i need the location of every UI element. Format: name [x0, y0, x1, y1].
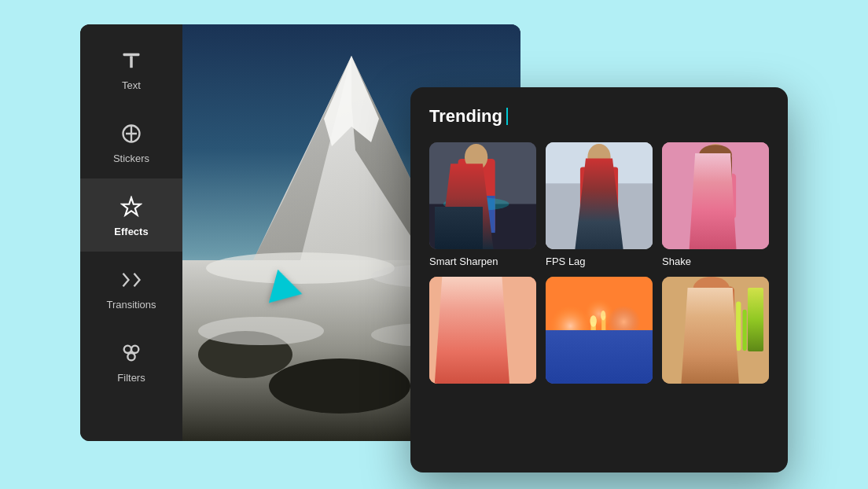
- effect-thumb-4: [429, 277, 536, 384]
- svg-rect-1: [130, 56, 133, 68]
- svg-rect-69: [743, 310, 747, 351]
- thumb2-svg: [546, 142, 653, 249]
- thumb5-svg: [546, 277, 653, 384]
- svg-rect-49: [461, 293, 471, 300]
- svg-point-6: [131, 346, 138, 353]
- svg-point-7: [127, 353, 134, 360]
- trending-panel: Trending: [410, 87, 788, 472]
- transitions-icon: [117, 266, 145, 294]
- thumb4-svg: [429, 277, 536, 384]
- effect-label-fps-lag: FPS Lag: [546, 256, 653, 267]
- sidebar-item-stickers[interactable]: Stickers: [80, 105, 182, 178]
- svg-rect-68: [736, 301, 741, 351]
- effects-icon: [117, 193, 145, 221]
- thumb3-svg: [662, 142, 769, 249]
- svg-rect-63: [662, 277, 769, 384]
- svg-rect-41: [699, 155, 705, 188]
- svg-point-61: [601, 311, 605, 321]
- svg-point-18: [269, 358, 410, 414]
- svg-point-59: [590, 315, 596, 327]
- effect-item-fps-lag[interactable]: FPS Lag: [546, 142, 653, 267]
- trending-header: Trending: [429, 106, 769, 127]
- sidebar: Text Stickers: [80, 24, 182, 441]
- svg-point-56: [575, 338, 599, 362]
- effect-item-5[interactable]: [546, 277, 653, 390]
- transitions-icon-svg: [120, 269, 142, 291]
- svg-rect-50: [473, 293, 484, 300]
- effect-item-smart-sharpen[interactable]: Smart Sharpen: [429, 142, 536, 267]
- svg-point-55: [607, 306, 640, 339]
- svg-rect-42: [726, 155, 732, 186]
- svg-point-67: [693, 277, 730, 300]
- effect-label-shake: Shake: [662, 256, 769, 267]
- sidebar-item-text[interactable]: Text: [80, 32, 182, 105]
- svg-rect-31: [546, 183, 653, 249]
- svg-rect-60: [601, 316, 605, 347]
- sidebar-filters-label: Filters: [117, 372, 145, 384]
- svg-point-28: [443, 197, 509, 211]
- svg-rect-46: [454, 308, 495, 354]
- main-container: Text Stickers: [80, 24, 788, 465]
- sidebar-stickers-label: Stickers: [113, 153, 149, 164]
- effects-icon-svg: [120, 196, 142, 218]
- effect-label-smart-sharpen: Smart Sharpen: [429, 256, 536, 267]
- svg-rect-22: [429, 200, 536, 249]
- filters-icon-svg: [120, 342, 142, 364]
- effect-thumb-smart-sharpen: [429, 142, 536, 249]
- svg-rect-34: [582, 204, 598, 243]
- svg-point-45: [458, 278, 487, 311]
- svg-rect-39: [695, 174, 736, 219]
- svg-point-32: [587, 144, 610, 170]
- sidebar-text-label: Text: [122, 79, 141, 91]
- sidebar-item-effects[interactable]: Effects: [80, 178, 182, 252]
- svg-rect-47: [458, 285, 465, 325]
- effect-thumb-5: [546, 277, 653, 384]
- svg-rect-0: [123, 53, 140, 57]
- svg-rect-35: [600, 204, 616, 243]
- sidebar-item-filters[interactable]: Filters: [80, 325, 182, 398]
- text-icon-svg: [120, 50, 142, 72]
- svg-rect-52: [546, 343, 653, 384]
- stickers-icon-svg: [120, 123, 142, 145]
- effect-thumb-fps-lag: [546, 142, 653, 249]
- effects-grid: Smart Sharpen: [429, 142, 769, 390]
- effect-item-4[interactable]: [429, 277, 536, 390]
- trending-cursor: [506, 108, 508, 125]
- text-icon: [117, 46, 145, 75]
- svg-rect-37: [662, 142, 769, 249]
- stickers-icon: [117, 119, 145, 148]
- effect-item-6[interactable]: [662, 277, 769, 390]
- effect-item-shake[interactable]: Shake: [662, 142, 769, 267]
- svg-point-19: [198, 317, 324, 345]
- svg-rect-33: [580, 167, 618, 208]
- svg-rect-66: [726, 287, 734, 333]
- svg-rect-65: [693, 308, 731, 354]
- filters-icon: [117, 339, 145, 367]
- thumb6-svg: [662, 277, 769, 384]
- svg-point-40: [699, 145, 732, 164]
- trending-title: Trending: [429, 106, 502, 127]
- sidebar-effects-label: Effects: [114, 226, 148, 237]
- svg-point-48: [455, 277, 488, 300]
- thumb1-svg: [429, 142, 536, 249]
- effect-thumb-shake: [662, 142, 769, 249]
- sidebar-transitions-label: Transitions: [106, 299, 156, 311]
- svg-rect-44: [429, 277, 536, 384]
- effect-thumb-6: [662, 277, 769, 384]
- svg-point-25: [465, 144, 487, 170]
- svg-point-5: [124, 346, 131, 353]
- sidebar-item-transitions[interactable]: Transitions: [80, 252, 182, 325]
- svg-point-57: [618, 345, 638, 365]
- svg-rect-26: [461, 196, 477, 233]
